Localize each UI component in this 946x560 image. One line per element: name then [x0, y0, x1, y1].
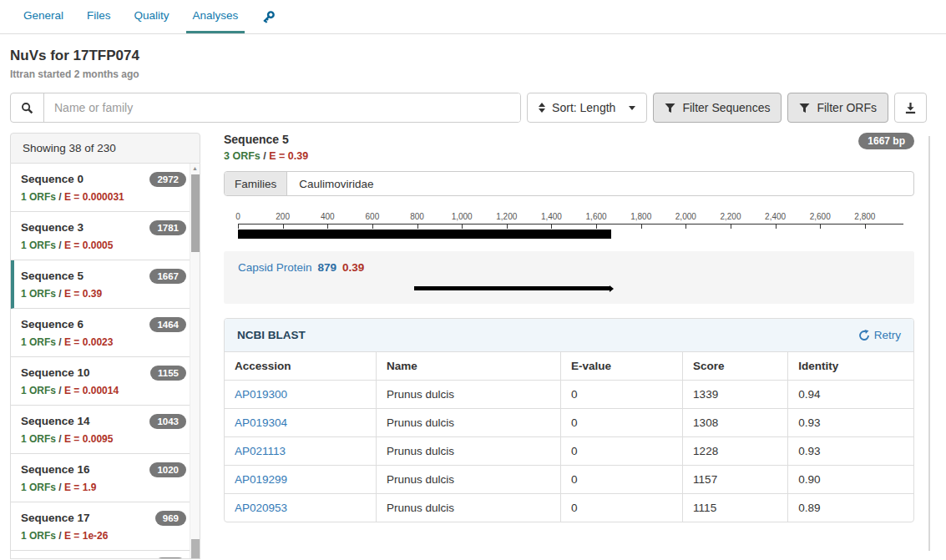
- evalue-cell: 0: [561, 437, 683, 466]
- score-cell: 1339: [683, 381, 788, 409]
- content: Showing 38 of 230 Sequence 029721 ORFs /…: [10, 133, 946, 559]
- orf-line: [414, 286, 611, 290]
- tab-files[interactable]: Files: [80, 0, 118, 33]
- accession-link[interactable]: AP021113: [235, 445, 286, 457]
- orf-length: 879: [318, 261, 337, 274]
- identity-cell: 0.94: [788, 381, 913, 409]
- sort-button-label: Sort: Length: [552, 101, 615, 114]
- sequence-length-badge: [154, 557, 186, 559]
- toolbar: Sort: Length Filter Sequences Filter ORF…: [10, 93, 927, 123]
- accession-cell: AP021113: [225, 437, 377, 466]
- accession-cell: AP019304: [225, 409, 377, 437]
- sequence-list-item-partial[interactable]: [11, 551, 200, 559]
- key-icon[interactable]: [256, 0, 281, 33]
- retry-icon: [858, 330, 870, 341]
- score-cell: 1308: [683, 409, 788, 437]
- column-header-score: Score: [683, 352, 788, 381]
- orf-count: 1 ORFs: [21, 191, 56, 203]
- evalue-cell: 0: [561, 381, 683, 409]
- scrollbar-up-icon[interactable]: ▲: [190, 164, 200, 173]
- orf-count: 1 ORFs: [21, 482, 56, 493]
- retry-button[interactable]: Retry: [858, 329, 901, 341]
- column-header-identity: Identity: [788, 352, 913, 381]
- score-cell: 1157: [683, 466, 788, 494]
- sequence-detail: Sequence 5 3 ORFs / E = 0.39 1667 bp Fam…: [224, 133, 914, 559]
- blast-table: Accession Name E-value Score Identity AP…: [225, 352, 913, 522]
- sequence-list: Sequence 029721 ORFs / E = 0.000031Seque…: [10, 164, 200, 559]
- sequence-length-badge: 1155: [150, 366, 186, 381]
- search-input[interactable]: [44, 93, 520, 122]
- evalue: E = 0.0095: [64, 433, 113, 445]
- sequence-list-summary: Showing 38 of 230: [10, 133, 200, 164]
- blast-title: NCBI BLAST: [237, 329, 306, 341]
- sequence-name: Sequence 6: [21, 318, 83, 330]
- search-icon: [11, 93, 44, 122]
- accession-link[interactable]: AP019300: [235, 388, 287, 401]
- accession-cell: AP019300: [225, 381, 377, 409]
- accession-link[interactable]: AP019299: [235, 473, 287, 486]
- sequence-list-items: Sequence 029721 ORFs / E = 0.000031Seque…: [11, 164, 200, 551]
- filter-orfs-button[interactable]: Filter ORFs: [787, 93, 888, 123]
- blast-table-row: AP019304Prunus dulcis013080.93: [225, 409, 913, 437]
- detail-evalue: E = 0.39: [269, 150, 308, 162]
- sequence-name: Sequence 10: [21, 366, 90, 379]
- caret-down-icon: [629, 106, 635, 110]
- evalue: E = 0.00014: [64, 385, 119, 396]
- score-cell: 1115: [683, 494, 788, 522]
- filter-orfs-label: Filter ORFs: [817, 101, 877, 114]
- tab-analyses[interactable]: Analyses: [186, 0, 245, 33]
- filter-icon: [799, 103, 810, 114]
- accession-link[interactable]: AP020953: [235, 502, 287, 514]
- scrollbar-bottom[interactable]: [191, 539, 200, 558]
- families-label: Families: [225, 172, 287, 195]
- accession-link[interactable]: AP019304: [235, 416, 287, 429]
- retry-label: Retry: [874, 329, 901, 341]
- orf-panel: Capsid Protein8790.39: [224, 251, 914, 304]
- name-cell: Prunus dulcis: [377, 409, 561, 437]
- sequence-list-item[interactable]: Sequence 179691 ORFs / E = 1e-26: [11, 502, 200, 551]
- sequence-list-item[interactable]: Sequence 317811 ORFs / E = 0.0005: [11, 212, 200, 260]
- sequence-list-item[interactable]: Sequence 1011551 ORFs / E = 0.00014: [11, 357, 200, 406]
- page-header: NuVs for 17TFP074 Ittran started 2 month…: [0, 34, 946, 80]
- orf-evalue: 0.39: [342, 261, 364, 274]
- sequence-list-item[interactable]: Sequence 614641 ORFs / E = 0.0023: [11, 309, 200, 357]
- accession-cell: AP019299: [225, 466, 377, 494]
- sequence-name: Sequence 17: [21, 512, 90, 524]
- blast-table-row: AP020953Prunus dulcis011150.89: [225, 494, 913, 522]
- name-cell: Prunus dulcis: [377, 466, 561, 494]
- search-group: [10, 93, 521, 123]
- axis: 02004006008001,0001,2001,4001,6001,8002,…: [238, 209, 903, 229]
- sequence-list-item[interactable]: Sequence 1610201 ORFs / E = 1.9: [11, 454, 200, 502]
- families-group: Families Caulimoviridae: [224, 171, 914, 196]
- sort-button[interactable]: Sort: Length: [527, 93, 647, 123]
- blast-table-row: AP019300Prunus dulcis013390.94: [225, 381, 913, 409]
- identity-cell: 0.90: [788, 466, 913, 494]
- sequence-name: Sequence 16: [21, 463, 90, 476]
- sequence-list-item[interactable]: Sequence 029721 ORFs / E = 0.000031: [11, 164, 200, 212]
- orf-count: 1 ORFs: [21, 288, 56, 300]
- detail-orf-count: 3 ORFs: [224, 150, 261, 162]
- name-cell: Prunus dulcis: [377, 494, 561, 522]
- orf-count: 1 ORFs: [21, 336, 56, 348]
- sequence-list-item[interactable]: Sequence 1410431 ORFs / E = 0.0095: [11, 406, 200, 454]
- right-divider: [928, 136, 930, 551]
- axis-line: [238, 224, 903, 225]
- score-cell: 1228: [683, 437, 788, 466]
- evalue: E = 0.0005: [64, 240, 113, 251]
- tab-quality[interactable]: Quality: [128, 0, 176, 33]
- orf-map-chart: 02004006008001,0001,2001,4001,6001,8002,…: [224, 209, 914, 304]
- filter-sequences-button[interactable]: Filter Sequences: [653, 93, 782, 123]
- evalue: E = 0.000031: [64, 191, 124, 203]
- download-button[interactable]: [894, 93, 927, 123]
- tab-bar: General Files Quality Analyses: [0, 0, 946, 34]
- accession-cell: AP020953: [225, 494, 377, 522]
- sequence-list-item[interactable]: Sequence 516671 ORFs / E = 0.39: [11, 260, 200, 309]
- ncbi-blast-panel: NCBI BLAST Retry Accession Name: [224, 318, 914, 522]
- sequence-name: Sequence 0: [21, 173, 83, 185]
- sequence-length-badge: 1043: [149, 414, 186, 429]
- download-icon: [904, 102, 917, 114]
- sequence-name: Sequence 14: [21, 415, 90, 427]
- tab-general[interactable]: General: [17, 0, 70, 33]
- evalue: E = 1.9: [64, 482, 96, 493]
- scrollbar-thumb[interactable]: [191, 174, 200, 252]
